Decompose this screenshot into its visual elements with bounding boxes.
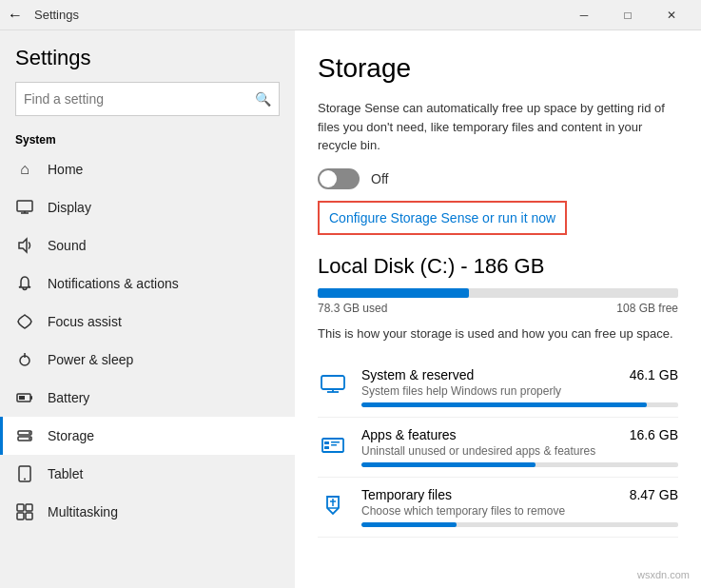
disk-description: This is how your storage is used and how…	[318, 324, 678, 343]
storage-sense-toggle[interactable]	[318, 168, 360, 189]
display-icon	[15, 198, 34, 217]
content-area: Storage Storage Sense can automatically …	[295, 30, 701, 588]
svg-rect-23	[324, 441, 329, 444]
apps-item-info: Apps & features 16.6 GB Uninstall unused…	[361, 427, 678, 467]
svg-rect-16	[26, 504, 32, 511]
storage-icon	[15, 426, 34, 445]
sidebar-item-multitasking[interactable]: Multitasking	[0, 493, 295, 531]
toggle-label: Off	[371, 171, 388, 186]
configure-link-box: Configure Storage Sense or run it now	[318, 201, 567, 235]
page-title: Storage	[318, 53, 678, 84]
svg-rect-25	[331, 441, 340, 443]
disk-stats: 78.3 GB used 108 GB free	[318, 302, 678, 315]
sidebar-item-home-label: Home	[48, 162, 83, 177]
sidebar-item-focus[interactable]: Focus assist	[0, 303, 295, 341]
apps-item-header: Apps & features 16.6 GB	[361, 427, 678, 442]
svg-rect-8	[19, 396, 25, 400]
system-item-info: System & reserved 46.1 GB System files h…	[361, 367, 678, 407]
svg-rect-15	[17, 504, 24, 511]
sidebar-title: Settings	[15, 46, 280, 70]
apps-icon	[318, 429, 348, 460]
system-item-header: System & reserved 46.1 GB	[361, 367, 678, 382]
temp-item-info: Temporary files 8.47 GB Choose which tem…	[361, 487, 678, 527]
sidebar-item-focus-label: Focus assist	[48, 314, 122, 329]
apps-item-bar	[361, 462, 678, 467]
svg-rect-26	[331, 444, 337, 446]
svg-rect-24	[324, 446, 329, 449]
sidebar-item-storage-label: Storage	[48, 428, 94, 443]
toggle-row: Off	[318, 168, 678, 189]
apps-item-sub: Uninstall unused or undesired apps & fea…	[361, 444, 678, 458]
minimize-button[interactable]: ─	[562, 0, 606, 30]
notifications-icon	[15, 274, 34, 293]
svg-point-14	[24, 479, 26, 480]
sidebar-item-tablet-label: Tablet	[48, 466, 83, 481]
search-input[interactable]	[24, 91, 255, 107]
search-box[interactable]: 🔍	[15, 82, 280, 116]
configure-storage-link[interactable]: Configure Storage Sense or run it now	[329, 210, 555, 225]
sidebar-item-multitasking-label: Multitasking	[48, 504, 118, 519]
tablet-icon	[15, 464, 34, 483]
temp-item-bar-fill	[361, 522, 457, 527]
back-button[interactable]: ←	[8, 7, 23, 24]
sidebar-item-sound[interactable]: Sound	[0, 226, 295, 265]
svg-rect-7	[30, 396, 32, 400]
sidebar-item-notifications[interactable]: Notifications & actions	[0, 265, 295, 303]
system-item-bar	[361, 402, 678, 407]
sidebar: Settings 🔍 System ⌂ Home Display	[0, 30, 295, 588]
sidebar-item-tablet[interactable]: Tablet	[0, 455, 295, 493]
svg-point-12	[29, 438, 30, 440]
temp-item-name: Temporary files	[361, 487, 452, 502]
sidebar-item-display-label: Display	[48, 200, 91, 215]
sidebar-item-home[interactable]: ⌂ Home	[0, 150, 295, 188]
sidebar-item-notifications-label: Notifications & actions	[48, 276, 179, 291]
temp-item-header: Temporary files 8.47 GB	[361, 487, 678, 502]
titlebar: ← Settings ─ □ ✕	[0, 0, 701, 30]
storage-item-temp[interactable]: Temporary files 8.47 GB Choose which tem…	[318, 478, 678, 538]
sidebar-item-storage[interactable]: Storage	[0, 417, 295, 455]
close-button[interactable]: ✕	[650, 0, 693, 30]
watermark: wsxdn.com	[637, 569, 690, 580]
disk-usage-bar	[318, 288, 678, 298]
svg-rect-17	[17, 513, 24, 519]
system-icon	[318, 369, 348, 400]
sidebar-section-label: System	[0, 124, 295, 150]
storage-item-apps[interactable]: Apps & features 16.6 GB Uninstall unused…	[318, 418, 678, 478]
temp-item-sub: Choose which temporary files to remove	[361, 504, 678, 518]
sidebar-item-display[interactable]: Display	[0, 188, 295, 226]
titlebar-title: Settings	[34, 8, 562, 22]
temp-item-size: 8.47 GB	[630, 487, 678, 502]
system-item-bar-fill	[361, 402, 647, 407]
sidebar-item-power[interactable]: Power & sleep	[0, 341, 295, 379]
storage-sense-description: Storage Sense can automatically free up …	[318, 99, 678, 155]
disk-title: Local Disk (C:) - 186 GB	[318, 254, 678, 279]
sidebar-item-battery[interactable]: Battery	[0, 379, 295, 417]
main-layout: Settings 🔍 System ⌂ Home Display	[0, 30, 701, 588]
svg-point-11	[29, 432, 30, 434]
window-controls: ─ □ ✕	[562, 0, 693, 30]
system-item-name: System & reserved	[361, 367, 474, 382]
toggle-knob	[320, 170, 337, 187]
disk-used-label: 78.3 GB used	[318, 302, 387, 315]
svg-rect-18	[26, 513, 32, 519]
system-item-sub: System files help Windows run properly	[361, 384, 678, 398]
temp-icon	[318, 489, 348, 519]
apps-item-bar-fill	[361, 462, 535, 467]
multitasking-icon	[15, 502, 34, 521]
apps-item-size: 16.6 GB	[630, 427, 678, 442]
sidebar-header: Settings 🔍	[0, 30, 295, 124]
temp-item-bar	[361, 522, 678, 527]
sidebar-item-power-label: Power & sleep	[48, 352, 133, 367]
restore-button[interactable]: □	[606, 0, 650, 30]
svg-marker-3	[19, 239, 27, 252]
svg-rect-0	[17, 201, 32, 211]
svg-rect-19	[321, 376, 344, 389]
home-icon: ⌂	[15, 160, 34, 179]
focus-icon	[15, 312, 34, 331]
storage-item-system[interactable]: System & reserved 46.1 GB System files h…	[318, 358, 678, 418]
apps-item-name: Apps & features	[361, 427, 457, 442]
sidebar-item-sound-label: Sound	[48, 238, 86, 253]
system-item-size: 46.1 GB	[630, 367, 678, 382]
search-icon: 🔍	[255, 91, 271, 107]
disk-usage-fill	[318, 288, 469, 298]
